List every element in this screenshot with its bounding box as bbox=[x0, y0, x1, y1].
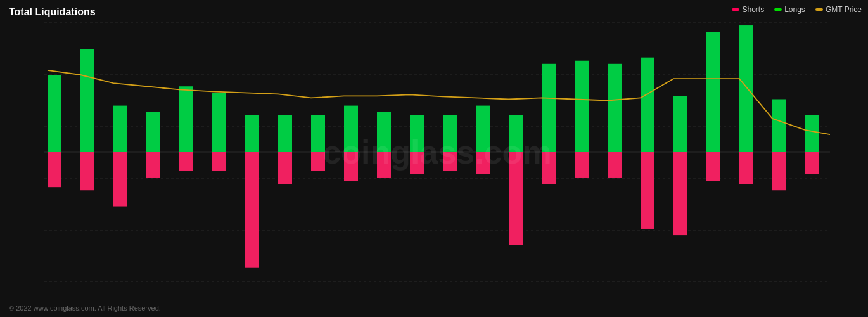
bar-short-5 bbox=[212, 152, 226, 171]
shorts-label: Shorts bbox=[742, 5, 764, 14]
bar-long-1 bbox=[80, 49, 94, 152]
bar-short-13 bbox=[476, 152, 490, 174]
bar-long-16 bbox=[575, 61, 589, 152]
bar-long-22 bbox=[772, 99, 786, 152]
bar-short-2 bbox=[113, 152, 127, 206]
bar-short-14 bbox=[509, 152, 523, 245]
bar-long-8 bbox=[311, 115, 325, 152]
bar-short-9 bbox=[344, 152, 358, 181]
gmt-label: GMT Price bbox=[826, 5, 862, 14]
gmt-icon bbox=[815, 8, 823, 11]
bar-long-17 bbox=[608, 64, 622, 152]
bar-long-20 bbox=[706, 32, 720, 152]
bar-long-12 bbox=[443, 115, 457, 152]
bar-short-22 bbox=[772, 152, 786, 190]
bar-short-4 bbox=[179, 152, 193, 171]
bar-long-15 bbox=[542, 64, 556, 152]
bar-short-3 bbox=[146, 152, 160, 177]
bar-short-20 bbox=[706, 152, 720, 181]
bar-short-11 bbox=[410, 152, 424, 174]
bar-long-18 bbox=[641, 58, 654, 152]
bar-short-17 bbox=[608, 152, 622, 177]
bar-short-8 bbox=[311, 152, 325, 171]
chart-svg: $2.2M $1.1M $0 $1.1M $2.2M $1.2 $1 $0.8 … bbox=[44, 22, 830, 282]
legend: Shorts Longs GMT Price bbox=[732, 5, 862, 14]
bar-long-11 bbox=[410, 115, 424, 152]
legend-shorts: Shorts bbox=[732, 5, 764, 14]
bar-short-7 bbox=[278, 152, 292, 184]
chart-area: coinglass.com $2.2M $1.1M $0 $1.1M $2.2M… bbox=[44, 22, 830, 282]
bar-short-21 bbox=[739, 152, 753, 184]
bar-long-19 bbox=[673, 96, 687, 152]
bar-short-16 bbox=[575, 152, 589, 177]
bar-long-0 bbox=[48, 75, 61, 152]
bar-short-10 bbox=[377, 152, 391, 177]
legend-longs: Longs bbox=[774, 5, 805, 14]
bar-short-0 bbox=[48, 152, 61, 187]
bar-short-23 bbox=[805, 152, 819, 174]
bar-long-3 bbox=[146, 112, 160, 152]
bar-long-23 bbox=[805, 115, 819, 152]
bar-long-4 bbox=[179, 86, 193, 152]
bar-long-10 bbox=[377, 112, 391, 152]
copyright-text: © 2022 www.coinglass.com. All Rights Res… bbox=[9, 304, 161, 312]
bar-long-14 bbox=[509, 115, 523, 152]
legend-gmt: GMT Price bbox=[815, 5, 862, 14]
bar-short-19 bbox=[673, 152, 687, 235]
bar-long-13 bbox=[476, 106, 490, 152]
bar-short-1 bbox=[80, 152, 94, 190]
bar-short-15 bbox=[542, 152, 556, 184]
shorts-icon bbox=[732, 8, 739, 11]
bar-short-12 bbox=[443, 152, 457, 171]
bar-short-18 bbox=[641, 152, 654, 228]
bar-long-7 bbox=[278, 115, 292, 152]
bar-long-5 bbox=[212, 93, 226, 152]
bar-long-2 bbox=[113, 106, 127, 152]
chart-title: Total Liquidations bbox=[9, 6, 96, 18]
bar-long-9 bbox=[344, 106, 358, 152]
bar-short-6 bbox=[245, 152, 259, 267]
longs-label: Longs bbox=[784, 5, 805, 14]
bar-long-21 bbox=[739, 25, 753, 152]
chart-container: Total Liquidations Shorts Longs GMT Pric… bbox=[0, 0, 868, 317]
bar-long-6 bbox=[245, 115, 259, 152]
longs-icon bbox=[774, 8, 782, 11]
